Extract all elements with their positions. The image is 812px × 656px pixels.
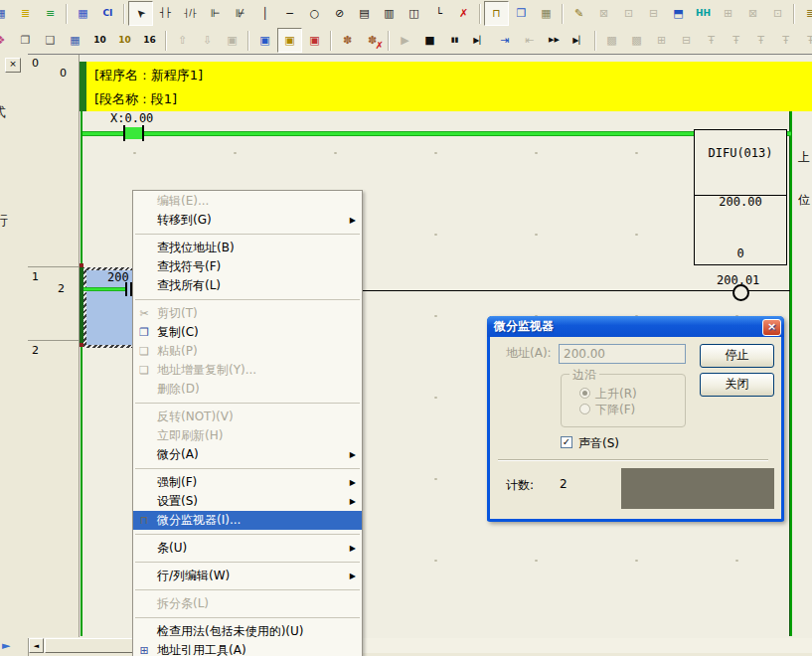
work-online-icon[interactable]: ▣: [252, 28, 277, 53]
menu-item-label: 强制(F): [155, 474, 350, 491]
menu-item-differentiate[interactable]: 微分(A)▶: [133, 445, 362, 464]
workspace-icon[interactable]: ❐: [13, 28, 38, 53]
watch-window-icon[interactable]: HH: [691, 1, 716, 26]
trace2-icon: ▩: [624, 28, 649, 53]
new-vertical-line-icon[interactable]: │: [252, 1, 277, 26]
dialog-title: 微分监视器: [494, 319, 554, 333]
menu-item-label: 地址增量复制(Y)...: [155, 362, 356, 379]
instruction-detail-icon[interactable]: ▥: [377, 1, 402, 26]
io-comment-icon[interactable]: CI: [95, 1, 120, 26]
output-coil[interactable]: [732, 284, 749, 301]
transfer-icon[interactable]: ❒: [509, 1, 534, 26]
output-window-icon[interactable]: ❑: [38, 28, 63, 53]
diff-trace4-icon: Ŧ: [773, 28, 798, 53]
dialog-titlebar[interactable]: 微分监视器 ×: [487, 316, 784, 337]
clipped-left2-icon[interactable]: ❖: [0, 28, 13, 53]
menu-item-label: 条(U): [155, 540, 350, 557]
stop-button[interactable]: 停止: [700, 344, 774, 368]
menu-item-label: 设置(S): [155, 493, 350, 510]
new-closed-or-contact-icon[interactable]: ⊮: [228, 1, 252, 26]
rung1-number: 1: [32, 270, 39, 283]
menu-item-go-to[interactable]: 转移到(G)▶: [133, 211, 362, 230]
stop-icon[interactable]: ■: [417, 28, 442, 53]
retrieve-changes-icon: ⊟: [641, 1, 666, 26]
close-button[interactable]: 关闭: [700, 373, 774, 397]
monitor-stop-icon[interactable]: ▣: [302, 28, 327, 53]
new-instruction-icon[interactable]: ▤: [352, 1, 377, 26]
menu-item-find-all[interactable]: 查找所有(L): [133, 276, 362, 295]
step-in-icon[interactable]: ⇥: [492, 28, 517, 53]
delete-icon[interactable]: ✗: [451, 1, 476, 26]
menu-item-address-reference-tool[interactable]: ⊞地址引用工具(A): [133, 641, 362, 656]
scan-run-icon[interactable]: ▶▏: [567, 28, 591, 53]
new-closed-coil-icon[interactable]: ⊘: [327, 1, 352, 26]
connect-line-icon[interactable]: └: [426, 1, 451, 26]
pulse-icon: ⊓: [133, 514, 155, 527]
menu-item-label: 拆分条(L): [155, 595, 356, 612]
rung0-step: 0: [60, 67, 67, 80]
trace1-icon: ▩: [599, 28, 624, 53]
clipped-left-icon[interactable]: ▦: [0, 1, 13, 26]
toolbar-row-1: ▦≣≡▦CI➤┤├┤/├⊩⊮│─○⊘▤▥◫└✗⊓❒▦✎⊠⊡⊟⬒HH⊞⊠⊡≣: [0, 0, 812, 28]
clipped-right-icon[interactable]: ≣: [798, 1, 812, 26]
new-coil-icon[interactable]: ○: [302, 1, 327, 26]
menu-item-set[interactable]: 设置(S)▶: [133, 492, 362, 511]
menu-separator: [135, 534, 360, 535]
rung-comment-block[interactable]: [程序名 : 新程序1] [段名称 : 段1]: [86, 62, 812, 111]
context-menu: 编辑(E)...转移到(G)▶查找位地址(B)查找符号(F)查找所有(L)✂剪切…: [132, 190, 363, 656]
block-program-icon[interactable]: ⬒: [666, 1, 691, 26]
menu-item-differential-monitor[interactable]: ⊓微分监视器(I)...: [133, 511, 362, 530]
difu-footer-value: 0: [695, 246, 786, 260]
pause-hand-icon[interactable]: ✽: [335, 28, 360, 53]
symbol-table-icon[interactable]: ▦: [71, 1, 95, 26]
monitor-signed-decimal-icon[interactable]: 10: [112, 28, 137, 53]
menu-item-row-column-edit[interactable]: 行/列编辑(W)▶: [133, 567, 362, 585]
right-annotation-1: 上: [798, 149, 810, 166]
menu-item-rung[interactable]: 条(U)▶: [133, 539, 362, 558]
menu-item-find-symbol[interactable]: 查找符号(F): [133, 257, 362, 276]
differential-monitor-toolbar-icon[interactable]: ⊓: [484, 1, 509, 26]
continuous-step-icon[interactable]: ▶▶: [542, 28, 567, 53]
cross-reference-icon[interactable]: ▦: [63, 28, 87, 53]
menu-item-label: 检查用法(包括未使用的)(U): [155, 623, 356, 640]
new-contact-icon[interactable]: ┤├: [153, 1, 178, 26]
monitor-decimal-icon[interactable]: 10: [87, 28, 112, 53]
instruction-box-icon[interactable]: ◫: [402, 1, 426, 26]
menu-item-label: 删除(D): [155, 381, 356, 398]
new-closed-contact-icon[interactable]: ┤/├: [178, 1, 203, 26]
view-diagram-icon[interactable]: ≣: [13, 1, 38, 26]
menu-item-label: 地址引用工具(A): [155, 642, 356, 656]
menu-item-force[interactable]: 强制(F)▶: [133, 473, 362, 492]
view-window1-icon: ⊞: [716, 1, 740, 26]
toolbar-separator: [247, 31, 249, 51]
scroll-left-button[interactable]: ◄: [29, 638, 44, 653]
panel-close-button[interactable]: ×: [5, 58, 21, 73]
select-mode-icon[interactable]: ➤: [128, 1, 153, 26]
difu-instruction-block[interactable]: DIFU(013) 200.00 0: [694, 129, 787, 265]
sound-checkbox[interactable]: ✓: [561, 436, 572, 448]
scrollbar-thumb[interactable]: [45, 638, 134, 653]
diff-trace3-icon: Ŧ: [748, 28, 773, 53]
dialog-close-button[interactable]: ×: [762, 319, 781, 336]
power-flow-line: [82, 131, 694, 136]
new-horizontal-line-icon[interactable]: ─: [277, 1, 302, 26]
menu-item-copy[interactable]: ❐复制(C): [133, 323, 362, 342]
step-run-icon[interactable]: ▶▏: [467, 28, 492, 53]
menu-item-check-usage[interactable]: 检查用法(包括未使用的)(U): [133, 622, 362, 641]
no-pause-hand-icon[interactable]: ✽✗: [360, 28, 385, 53]
submenu-arrow-icon: ▶: [350, 478, 362, 487]
menu-item-label: 剪切(T): [155, 305, 356, 322]
pause-icon[interactable]: ▮▮: [442, 28, 467, 53]
monitor-mode-icon[interactable]: ▣: [277, 28, 302, 53]
contact-energized-fill[interactable]: [125, 127, 142, 139]
panel-expand-button[interactable]: ►: [2, 639, 10, 652]
menu-item-find-bit-address[interactable]: 查找位地址(B): [133, 239, 362, 257]
online-edit-icon[interactable]: ✎: [567, 1, 591, 26]
simulator-icon[interactable]: ▦: [534, 1, 559, 26]
view-mnemonics-icon[interactable]: ≡: [38, 1, 63, 26]
monitor-hex-icon[interactable]: 16: [137, 28, 162, 53]
new-or-contact-icon[interactable]: ⊩: [203, 1, 228, 26]
paste-increment-icon: ❏: [133, 364, 155, 377]
menu-separator: [135, 468, 360, 469]
rung0-number: 0: [32, 57, 39, 70]
